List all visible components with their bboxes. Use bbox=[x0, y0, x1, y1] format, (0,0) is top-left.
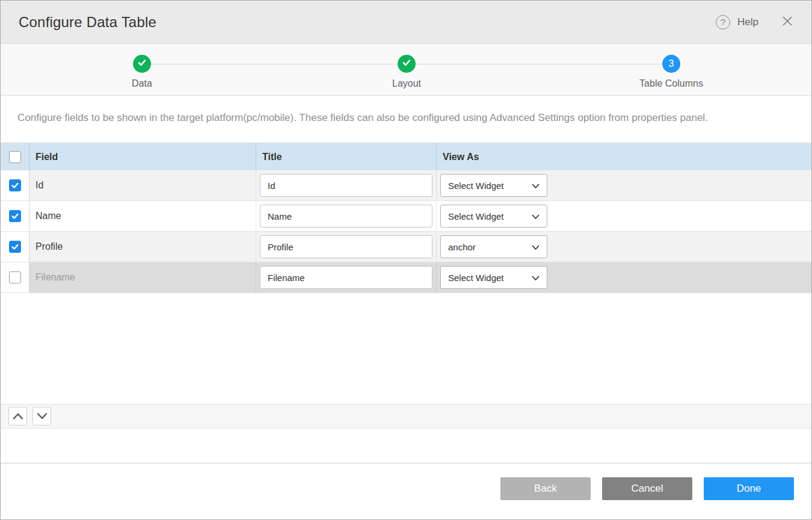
step-layout[interactable]: Layout bbox=[392, 55, 421, 89]
back-button[interactable]: Back bbox=[500, 477, 591, 500]
help-button[interactable]: ? Help bbox=[716, 15, 758, 29]
header-checkbox-cell bbox=[1, 143, 29, 170]
step-complete-badge bbox=[133, 55, 151, 73]
description-text: Configure fields to be shown in the targ… bbox=[1, 96, 811, 143]
select-all-checkbox[interactable] bbox=[9, 151, 21, 163]
title-input[interactable] bbox=[260, 174, 432, 197]
select-value: anchor bbox=[448, 242, 476, 252]
header-actions: ? Help bbox=[716, 15, 793, 29]
step-label: Data bbox=[132, 78, 152, 89]
table-row: Filename Select Widget bbox=[1, 262, 811, 293]
help-icon: ? bbox=[716, 15, 730, 29]
check-icon bbox=[137, 58, 147, 70]
chevron-down-icon bbox=[532, 242, 540, 252]
step-table-columns[interactable]: 3 Table Columns bbox=[639, 55, 703, 89]
view-as-select[interactable]: Select Widget bbox=[440, 205, 547, 228]
row-checkbox-cell bbox=[1, 262, 29, 292]
column-header-title: Title bbox=[256, 143, 437, 170]
row-checkbox-cell bbox=[1, 170, 29, 200]
table-row: Id Select Widget bbox=[1, 170, 811, 201]
step-number-badge: 3 bbox=[662, 55, 680, 73]
field-name: Name bbox=[29, 201, 256, 231]
row-checkbox[interactable] bbox=[9, 241, 21, 253]
select-value: Select Widget bbox=[448, 273, 504, 283]
step-complete-badge bbox=[398, 55, 416, 73]
row-checkbox-cell bbox=[1, 201, 29, 231]
row-checkbox[interactable] bbox=[9, 179, 21, 191]
move-down-button[interactable] bbox=[32, 407, 51, 426]
field-name: Filename bbox=[29, 262, 256, 292]
dialog-title: Configure Data Table bbox=[19, 14, 716, 31]
help-label: Help bbox=[737, 16, 758, 28]
close-icon bbox=[782, 16, 793, 29]
view-as-select[interactable]: Select Widget bbox=[440, 174, 547, 197]
chevron-up-icon bbox=[13, 411, 23, 422]
step-data[interactable]: Data bbox=[132, 55, 152, 89]
chevron-down-icon bbox=[532, 181, 540, 191]
cancel-button[interactable]: Cancel bbox=[602, 477, 692, 500]
check-icon bbox=[402, 58, 411, 70]
row-checkbox[interactable] bbox=[9, 210, 21, 222]
done-button[interactable]: Done bbox=[704, 477, 794, 500]
table-header-row: Field Title View As bbox=[1, 143, 811, 170]
field-name: Profile bbox=[29, 232, 256, 262]
column-header-field: Field bbox=[29, 143, 256, 170]
empty-table-area bbox=[1, 293, 811, 404]
select-value: Select Widget bbox=[448, 181, 504, 191]
chevron-down-icon bbox=[532, 211, 540, 221]
select-value: Select Widget bbox=[448, 211, 504, 221]
move-up-button[interactable] bbox=[8, 407, 27, 426]
view-as-select[interactable]: Select Widget bbox=[440, 266, 547, 289]
table-row: Profile anchor bbox=[1, 232, 811, 262]
wizard-stepper: Data Layout 3 Table Columns bbox=[1, 44, 811, 96]
view-as-select[interactable]: anchor bbox=[440, 235, 547, 258]
footer-gap bbox=[1, 429, 811, 463]
row-reorder-bar bbox=[1, 404, 811, 429]
row-checkbox-cell bbox=[1, 232, 29, 262]
title-input[interactable] bbox=[260, 235, 432, 258]
step-label: Table Columns bbox=[639, 78, 703, 89]
dialog-footer: Back Cancel Done bbox=[1, 463, 811, 519]
title-input[interactable] bbox=[260, 205, 432, 228]
dialog-header: Configure Data Table ? Help bbox=[1, 1, 811, 44]
step-label: Layout bbox=[392, 78, 421, 89]
table-row: Name Select Widget bbox=[1, 201, 811, 232]
close-button[interactable] bbox=[781, 16, 793, 28]
row-checkbox[interactable] bbox=[9, 271, 21, 283]
chevron-down-icon bbox=[37, 411, 48, 422]
title-input[interactable] bbox=[260, 266, 432, 289]
column-header-view-as: View As bbox=[437, 143, 811, 170]
configure-data-table-dialog: Configure Data Table ? Help Data bbox=[0, 0, 812, 520]
field-name: Id bbox=[29, 170, 256, 200]
chevron-down-icon bbox=[532, 273, 540, 283]
